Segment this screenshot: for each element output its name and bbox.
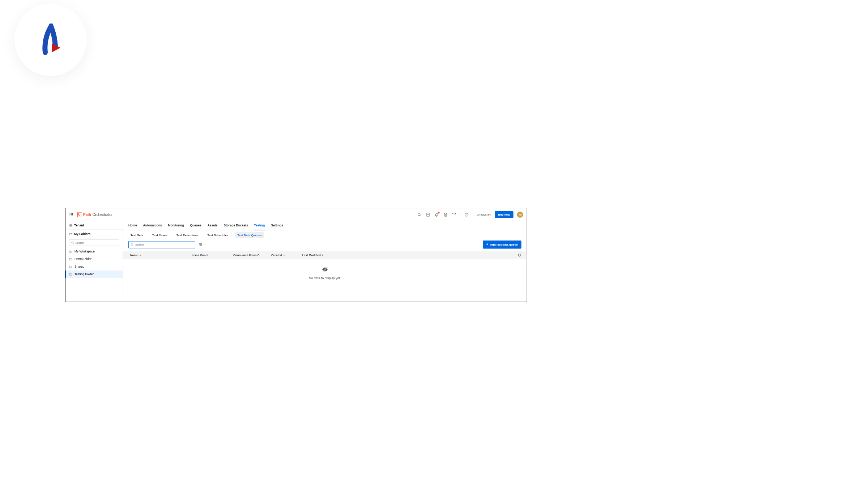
eye-off-icon <box>322 267 328 273</box>
tab-home[interactable]: Home <box>128 221 137 230</box>
refresh-icon <box>518 254 522 257</box>
tab-queues[interactable]: Queues <box>190 221 201 230</box>
top-header: UiPath Orchestrator 15 days left Buy now… <box>65 208 527 221</box>
col-label: Name <box>130 254 138 257</box>
search-icon <box>71 241 74 244</box>
svg-point-7 <box>71 216 72 216</box>
bell-icon[interactable] <box>434 212 439 217</box>
folder-shared[interactable]: Shared <box>65 263 123 271</box>
col-last-modified[interactable]: Last Modified ▲▼ <box>302 254 338 257</box>
table-header: Name ▲▼ Items Count Consumed Items C.. C… <box>123 251 527 259</box>
folder-demofolder[interactable]: DemoFolder <box>65 255 123 263</box>
sidebar-search-input[interactable] <box>76 241 118 244</box>
svg-point-19 <box>466 215 467 216</box>
folder-icon <box>69 258 72 261</box>
add-button-label: Add test data queue <box>490 243 518 246</box>
buy-now-button[interactable]: Buy now <box>495 211 513 218</box>
folder-label: DemoFolder <box>75 258 92 261</box>
col-consumed-items[interactable]: Consumed Items C.. <box>233 254 271 257</box>
tab-monitoring[interactable]: Monitoring <box>168 221 184 230</box>
search-icon[interactable] <box>417 212 422 217</box>
folder-icon <box>69 265 72 268</box>
apps-grid-icon[interactable] <box>69 212 73 217</box>
search-icon <box>131 243 134 246</box>
subtab-test-schedules[interactable]: Test Schedules <box>205 232 230 238</box>
brand-path: Path <box>83 213 91 217</box>
sidebar-search[interactable] <box>69 239 119 246</box>
svg-point-3 <box>70 214 71 215</box>
tab-assets[interactable]: Assets <box>208 221 218 230</box>
corner-logo <box>11 4 90 76</box>
folder-label: Shared <box>75 265 84 269</box>
notification-dot <box>438 212 439 213</box>
main-search[interactable] <box>128 241 195 248</box>
folder-testing-folder[interactable]: Testing Folder <box>65 271 123 278</box>
folder-label: Testing Folder <box>75 273 94 276</box>
my-folders-label: My Folders <box>74 232 90 236</box>
my-folders-header[interactable]: My Folders <box>65 230 123 238</box>
document-icon[interactable] <box>443 212 448 217</box>
col-label: Consumed Items C.. <box>233 254 261 257</box>
subtab-test-cases[interactable]: Test Cases <box>150 232 170 238</box>
tenant-link[interactable]: Tenant <box>65 221 123 230</box>
col-label: Last Modified <box>302 254 321 257</box>
tab-automations[interactable]: Automations <box>143 221 162 230</box>
abstract-a-logo-icon <box>38 24 63 56</box>
svg-line-10 <box>420 215 421 216</box>
col-items-count[interactable]: Items Count <box>192 254 233 257</box>
dropdown-icon: ▼ <box>283 255 285 256</box>
divider <box>473 212 473 217</box>
chevron-down-icon <box>203 243 206 246</box>
subtab-test-executions[interactable]: Test Executions <box>174 232 201 238</box>
tenant-label: Tenant <box>74 224 84 227</box>
help-icon[interactable] <box>464 212 469 217</box>
brand-divider <box>116 212 116 218</box>
svg-point-4 <box>71 214 72 215</box>
toolbar: + Add test data queue <box>123 240 527 251</box>
svg-point-6 <box>70 216 71 216</box>
empty-state: No data to display yet. <box>123 259 527 280</box>
refresh-button[interactable] <box>518 254 522 257</box>
brand-logo[interactable]: UiPath Orchestrator <box>77 212 112 217</box>
svg-point-5 <box>72 214 73 215</box>
folder-my-workspace[interactable]: My Workspace <box>65 248 123 255</box>
svg-point-2 <box>72 213 73 214</box>
col-label: Created <box>271 254 282 257</box>
sort-icon: ▲▼ <box>322 254 324 256</box>
tab-settings[interactable]: Settings <box>271 221 283 230</box>
sidebar: Tenant My Folders My Workspace DemoFolde… <box>65 221 123 302</box>
svg-point-0 <box>70 213 71 214</box>
col-name[interactable]: Name ▲▼ <box>128 254 192 257</box>
columns-icon <box>199 243 202 246</box>
primary-tabs: Home Automations Monitoring Queues Asset… <box>123 221 527 230</box>
testing-subtabs: Test Sets Test Cases Test Executions Tes… <box>123 230 527 240</box>
svg-rect-16 <box>452 213 455 214</box>
avatar[interactable]: YB <box>517 212 523 218</box>
svg-point-25 <box>71 251 71 252</box>
svg-point-26 <box>131 243 133 245</box>
folder-icon <box>69 273 72 276</box>
tab-testing[interactable]: Testing <box>254 221 265 230</box>
folder-icon <box>69 233 72 236</box>
add-test-data-queue-button[interactable]: + Add test data queue <box>483 241 522 249</box>
subtab-test-sets[interactable]: Test Sets <box>128 232 145 238</box>
svg-point-1 <box>71 213 72 214</box>
svg-line-24 <box>73 243 74 244</box>
divider <box>460 212 460 217</box>
folder-label: My Workspace <box>75 250 95 254</box>
subtab-test-data-queues[interactable]: Test Data Queues <box>235 232 264 238</box>
add-square-icon[interactable] <box>425 212 430 217</box>
column-picker[interactable] <box>199 243 206 246</box>
col-created[interactable]: Created ▼ <box>271 254 302 257</box>
svg-point-23 <box>72 242 73 243</box>
col-label: Items Count <box>192 254 208 257</box>
main-search-input[interactable] <box>135 243 193 246</box>
archive-icon[interactable] <box>451 212 456 217</box>
svg-line-27 <box>133 245 133 246</box>
tab-storage-buckets[interactable]: Storage Buckets <box>224 221 248 230</box>
globe-icon <box>69 224 72 227</box>
main-panel: Home Automations Monitoring Queues Asset… <box>123 221 527 302</box>
brand-ui: Ui <box>77 212 82 217</box>
plus-icon: + <box>486 243 488 247</box>
sort-icon: ▲▼ <box>139 254 141 256</box>
